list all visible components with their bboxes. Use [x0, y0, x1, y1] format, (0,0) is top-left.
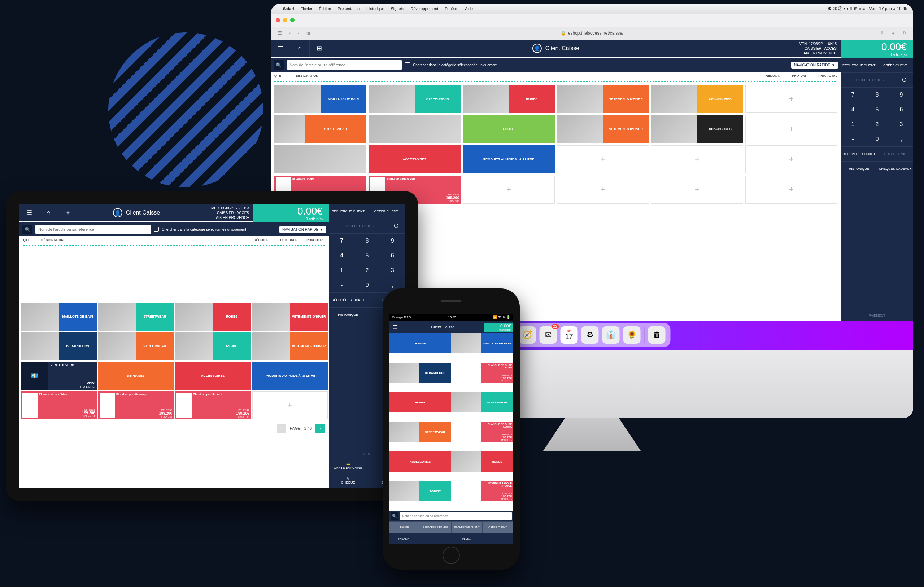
- keypad-c[interactable]: C: [895, 73, 913, 87]
- keypad-0[interactable]: 0: [355, 278, 380, 293]
- search-in-category-checkbox[interactable]: [154, 227, 159, 232]
- category-tile[interactable]: T-SHIRT: [175, 332, 251, 360]
- product-tile[interactable]: Stand up paddle rouge PELFR58199.20€ Sto…: [451, 481, 513, 501]
- menu-edit[interactable]: Édition: [319, 7, 331, 11]
- window-minimize-icon[interactable]: [283, 18, 287, 22]
- search-client-button[interactable]: RECHERCHE CLIENT: [841, 58, 878, 72]
- category-tile[interactable]: T-SHIRT: [389, 481, 451, 501]
- category-tile[interactable]: ACCESSOIRES: [368, 145, 460, 173]
- gift-checks-button[interactable]: CHÈQUES CADEAUX: [878, 161, 914, 176]
- search-input[interactable]: [35, 225, 151, 234]
- menu-file[interactable]: Fichier: [301, 7, 313, 11]
- search-input[interactable]: [400, 512, 512, 520]
- add-tile[interactable]: +: [745, 85, 837, 113]
- keypad-5[interactable]: 5: [355, 248, 380, 263]
- category-tile[interactable]: VETEMENTS D'HIVER: [557, 115, 649, 143]
- add-tile[interactable]: +: [745, 176, 837, 204]
- keypad-9[interactable]: 9: [380, 233, 405, 248]
- image-tile[interactable]: [368, 115, 460, 143]
- keypad-8[interactable]: 8: [865, 88, 889, 102]
- search-icon[interactable]: 🔍: [274, 60, 284, 70]
- search-icon[interactable]: 🔍: [391, 512, 398, 520]
- keypad-4[interactable]: 4: [329, 248, 355, 263]
- keypad-5[interactable]: 5: [865, 102, 889, 117]
- create-client-button[interactable]: CRÉER CLIENT: [482, 521, 513, 533]
- keypad-7[interactable]: 7: [841, 88, 865, 102]
- add-tile[interactable]: +: [463, 176, 555, 204]
- shield-icon[interactable]: ◑: [307, 31, 310, 36]
- dock-settings-icon[interactable]: ⚙︎: [581, 326, 599, 344]
- quick-nav-dropdown[interactable]: NAVIGATION RAPIDE▼: [791, 62, 838, 69]
- product-tile[interactable]: Planche de surf bleu PELFR125 199.20€⚠ S…: [21, 391, 97, 419]
- sidebar-toggle-icon[interactable]: ☰: [278, 31, 282, 36]
- category-tile[interactable]: DEPENSES: [98, 362, 174, 390]
- add-tile[interactable]: +: [651, 176, 743, 204]
- keypad-1[interactable]: 1: [329, 263, 355, 278]
- phone-home-button[interactable]: [442, 547, 460, 564]
- client-name[interactable]: Client Caisse: [401, 325, 484, 329]
- category-tile[interactable]: MAILLOTS DE BAIN: [21, 303, 97, 330]
- search-icon[interactable]: 🔍: [22, 225, 33, 234]
- category-tile[interactable]: ROBES: [463, 85, 555, 113]
- tabs-icon[interactable]: ⧉: [903, 30, 906, 36]
- misc-sale-tile[interactable]: 💶 Vente divers VDIV Prix libre: [21, 362, 97, 390]
- category-tile[interactable]: VETEMENTS D'HIVER: [252, 332, 328, 360]
- category-tile[interactable]: DEBARDEURS: [21, 332, 97, 360]
- keypad-,[interactable]: ,: [889, 132, 913, 146]
- menubar-appname[interactable]: Safari: [283, 7, 294, 11]
- category-tile[interactable]: STREETWEAR: [98, 332, 174, 360]
- history-button[interactable]: HISTORIQUE: [329, 307, 368, 322]
- add-tile[interactable]: +: [557, 145, 649, 173]
- category-tile[interactable]: CHAUSSURES: [651, 115, 743, 143]
- keypad-7[interactable]: 7: [329, 233, 355, 248]
- create-client-button[interactable]: CRÉER CLIENT: [878, 58, 914, 72]
- client-selector[interactable]: 👤 Client Caisse: [113, 208, 160, 217]
- category-tile[interactable]: PRODUITS AU POIDS / AU LITRE: [252, 362, 328, 390]
- calculator-icon[interactable]: ⊞: [310, 39, 329, 57]
- add-tile[interactable]: +: [557, 176, 649, 204]
- category-tile[interactable]: VETEMENTS D'HIVER: [252, 303, 328, 330]
- clear-cart-button[interactable]: EFFACER LE PANIER: [420, 521, 451, 533]
- more-button[interactable]: PLUS...: [420, 533, 513, 544]
- quick-nav-dropdown[interactable]: NAVIGATION RAPIDE▼: [279, 226, 326, 233]
- add-tile[interactable]: +: [651, 145, 743, 173]
- clear-cart-button[interactable]: EFFACER LE PANIER: [329, 219, 387, 233]
- keypad-0[interactable]: 0: [865, 132, 889, 146]
- cart-button[interactable]: PANIER: [389, 521, 420, 533]
- category-tile[interactable]: PRODUITS AU POIDS / AU LITRE: [463, 145, 555, 173]
- category-tile[interactable]: VETEMENTS D'HIVER: [557, 85, 649, 113]
- category-tile[interactable]: STREETWEAR: [274, 115, 366, 143]
- search-client-button[interactable]: RECHERCHE CLIENT: [451, 521, 482, 533]
- create-quote-button[interactable]: CRÉER DEVIS: [878, 147, 914, 161]
- product-tile[interactable]: Planche de surf aloha PELFR20199.20€ Sto…: [451, 422, 513, 442]
- dock-photos-icon[interactable]: 🌻: [623, 326, 641, 344]
- category-tile[interactable]: CHAUSSURES: [651, 85, 743, 113]
- menu-help[interactable]: Aide: [465, 7, 473, 11]
- category-tile[interactable]: ACCESSOIRES: [175, 362, 251, 390]
- category-tile[interactable]: T-SHIRT: [463, 115, 555, 143]
- dock-safari-icon[interactable]: 🧭: [519, 326, 536, 344]
- category-tile[interactable]: STREETWEAR: [451, 392, 513, 413]
- category-tile[interactable]: STREETWEAR: [368, 85, 460, 113]
- category-tile[interactable]: STREETWEAR: [389, 422, 451, 442]
- back-icon[interactable]: ‹: [289, 31, 290, 36]
- keypad-6[interactable]: 6: [380, 248, 405, 263]
- client-selector[interactable]: 👤 Client Caisse: [532, 44, 579, 53]
- dock-trash-icon[interactable]: 🗑: [648, 326, 666, 344]
- menu-icon[interactable]: ☰: [389, 324, 401, 330]
- keypad-8[interactable]: 8: [355, 233, 380, 248]
- home-icon[interactable]: ⌂: [290, 39, 310, 57]
- search-client-button[interactable]: RECHERCHE CLIENT: [329, 204, 368, 219]
- pay-card-button[interactable]: 💳CARTE BANCAIRE: [329, 459, 368, 473]
- menu-bookmarks[interactable]: Signets: [391, 7, 404, 11]
- home-icon[interactable]: ⌂: [39, 204, 58, 221]
- dock-calendar-icon[interactable]: juin 17: [561, 326, 578, 344]
- keypad-3[interactable]: 3: [380, 263, 405, 278]
- image-tile[interactable]: [274, 145, 366, 173]
- forward-icon[interactable]: ›: [298, 31, 299, 36]
- keypad--[interactable]: -: [329, 278, 355, 293]
- keypad--[interactable]: -: [841, 132, 865, 146]
- browser-url[interactable]: eshop.trialaccess.net/caisse/: [568, 31, 623, 36]
- menu-history[interactable]: Historique: [366, 7, 384, 11]
- new-tab-icon[interactable]: ＋: [891, 30, 896, 36]
